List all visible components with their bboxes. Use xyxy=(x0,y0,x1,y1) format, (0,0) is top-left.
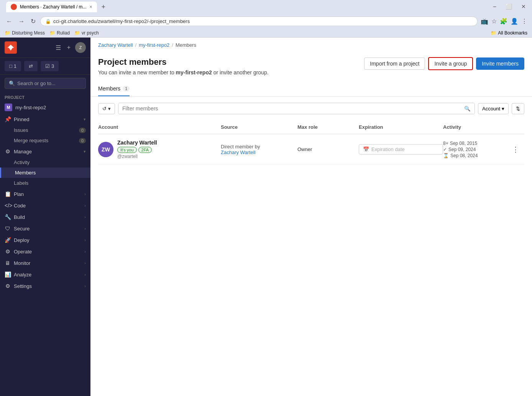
build-icon: 🔧 xyxy=(5,214,11,220)
window-buttons: − ⬜ ✕ xyxy=(490,2,529,12)
folder-icon: 📁 xyxy=(49,30,55,36)
mr-nav-btn[interactable]: ⇄ xyxy=(24,61,38,71)
toggle-sidebar-btn[interactable]: ☰ xyxy=(54,43,62,53)
filter-type-btn[interactable]: ↺ ▾ xyxy=(98,103,115,114)
bookmark-icon[interactable]: ☆ xyxy=(491,18,497,25)
sort-order-btn[interactable]: ⇅ xyxy=(512,103,524,114)
import-project-btn[interactable]: Import from a project xyxy=(364,58,425,70)
filter-members-input[interactable] xyxy=(118,103,460,114)
sidebar-item-members[interactable]: Members xyxy=(0,168,90,178)
sidebar-item-pinned[interactable]: 📌 Pinned ▾ xyxy=(0,113,90,125)
bookmark-vr-psych[interactable]: 📁 vr psych xyxy=(74,30,99,36)
sidebar-item-merge-requests[interactable]: Merge requests 0 xyxy=(0,135,90,146)
build-label: Build xyxy=(14,214,25,220)
page-header: Project members You can invite a new mem… xyxy=(90,53,532,82)
maximize-btn[interactable]: ⬜ xyxy=(502,2,515,12)
expiration-date-picker[interactable]: 📅 Expiration date xyxy=(359,144,443,154)
tag-2fa: 2FA xyxy=(138,147,152,153)
deploy-label: Deploy xyxy=(14,237,29,243)
todo-nav-btn[interactable]: ☑ 3 xyxy=(41,61,59,71)
tab-members[interactable]: Members 1 xyxy=(98,82,130,96)
sidebar-help[interactable]: ❓ Help xyxy=(0,392,90,396)
minimize-btn[interactable]: − xyxy=(490,2,499,12)
check-icon: ✓ xyxy=(443,147,447,152)
hourglass-icon: ⌛ xyxy=(443,153,449,158)
member-tags: It's you 2FA xyxy=(117,147,157,153)
bookmark-ruliad[interactable]: 📁 Ruliad xyxy=(49,30,70,36)
sidebar-item-build[interactable]: 🔧 Build › xyxy=(0,211,90,223)
address-bar[interactable]: 🔒 cci-git.charlotte.edu/zwartell/my-firs… xyxy=(40,16,478,26)
project-icon: M xyxy=(5,104,12,111)
avatar-image: ZW xyxy=(98,142,113,157)
sidebar-item-monitor[interactable]: 🖥 Monitor › xyxy=(0,257,90,269)
sidebar-item-activity[interactable]: Activity xyxy=(0,157,90,168)
tabs-bar: Members 1 xyxy=(90,82,532,97)
more-options-btn[interactable]: ⋮ xyxy=(509,144,522,155)
sidebar-item-operate[interactable]: ⚙ Operate › xyxy=(0,246,90,257)
code-label: Code xyxy=(14,203,26,209)
project-section-label: Project xyxy=(0,92,90,101)
sidebar-item-deploy[interactable]: 🚀 Deploy › xyxy=(0,234,90,246)
search-submit-btn[interactable]: 🔍 xyxy=(460,103,475,114)
activity-joined: 8+ Sep 08, 2015 xyxy=(443,141,509,146)
sidebar-item-secure[interactable]: 🛡 Secure › xyxy=(0,223,90,234)
table-header: Account Source Max role Expiration Activ… xyxy=(98,120,524,134)
pin-icon: 📌 xyxy=(5,116,11,122)
back-btn[interactable]: ← xyxy=(5,16,14,26)
user-avatar[interactable]: Z xyxy=(75,42,86,53)
refresh-btn[interactable]: ↻ xyxy=(29,16,37,26)
search-label: Search or go to... xyxy=(17,81,56,86)
activity-label: Activity xyxy=(14,159,30,165)
sidebar-item-analyze[interactable]: 📊 Analyze › xyxy=(0,269,90,280)
bookmark-label: vr psych xyxy=(82,30,99,36)
extensions-icon[interactable]: 🧩 xyxy=(500,18,507,25)
member-activity-cell: 8+ Sep 08, 2015 ✓ Sep 09, 2024 ⌛ Sep 08,… xyxy=(443,141,509,158)
tab-favicon xyxy=(11,4,17,10)
chevron-down-icon: ▾ xyxy=(84,117,86,122)
code-icon: </> xyxy=(5,202,11,209)
new-tab-btn[interactable]: + xyxy=(99,2,109,13)
activity-info: 8+ Sep 08, 2015 ✓ Sep 09, 2024 ⌛ Sep 08,… xyxy=(443,141,509,158)
member-role-cell: Owner xyxy=(297,146,359,152)
page-header-right: Import from a project Invite a group Inv… xyxy=(364,57,524,70)
menu-icon[interactable]: ⋮ xyxy=(521,18,527,25)
sort-account-btn[interactable]: Account ▾ xyxy=(478,103,509,114)
issues-icon: □ xyxy=(9,63,12,69)
sidebar-item-code[interactable]: </> Code › xyxy=(0,200,90,211)
invite-members-btn[interactable]: Invite members xyxy=(476,58,524,70)
member-account-cell: ZW Zachary Wartell It's you 2FA @zwartel… xyxy=(98,140,221,159)
folder-icon: 📁 xyxy=(491,30,496,36)
invite-group-btn[interactable]: Invite a group xyxy=(428,57,473,70)
breadcrumb-user[interactable]: Zachary Wartell xyxy=(98,42,133,48)
sidebar-item-plan[interactable]: 📋 Plan › xyxy=(0,188,90,200)
add-btn[interactable]: + xyxy=(66,43,72,53)
sidebar-project[interactable]: M my-first-repo2 xyxy=(0,101,90,113)
close-btn[interactable]: ✕ xyxy=(518,2,529,12)
source-prefix: Direct member by xyxy=(221,144,260,150)
chevron-right-icon: › xyxy=(84,226,86,231)
source-link[interactable]: Zachary Wartell xyxy=(221,150,256,155)
page-header-left: Project members You can invite a new mem… xyxy=(98,57,269,76)
filter-input-wrapper: 🔍 xyxy=(118,103,475,114)
bookmark-disturbing-mess[interactable]: 📁 Disturbing Mess xyxy=(5,30,45,36)
sidebar-item-labels[interactable]: Labels xyxy=(0,178,90,188)
issues-nav-btn[interactable]: □ 1 xyxy=(5,61,21,71)
profile-icon[interactable]: 👤 xyxy=(511,18,518,25)
cast-icon[interactable]: 📺 xyxy=(481,18,488,25)
mr-label: Merge requests xyxy=(14,138,48,143)
all-bookmarks[interactable]: 📁 All Bookmarks xyxy=(491,30,527,36)
active-tab[interactable]: Members · Zachary Wartell / m... × xyxy=(6,2,97,12)
member-actions-cell: ⋮ xyxy=(509,144,524,155)
forward-btn[interactable]: → xyxy=(17,16,26,26)
tab-close-btn[interactable]: × xyxy=(90,4,92,10)
col-header-source: Source xyxy=(221,124,297,130)
sidebar-item-settings[interactable]: ⚙ Settings › xyxy=(0,280,90,292)
sidebar-search[interactable]: 🔍 Search or go to... xyxy=(5,78,86,89)
members-label: Members xyxy=(15,170,36,176)
sidebar-item-issues[interactable]: Issues 0 xyxy=(0,125,90,135)
chevron-down-icon: ▾ xyxy=(108,106,111,112)
breadcrumb-repo[interactable]: my-first-repo2 xyxy=(139,42,169,48)
project-name: my-first-repo2 xyxy=(15,105,46,110)
operate-label: Operate xyxy=(14,249,32,255)
sidebar-item-manage[interactable]: ⚙ Manage ▾ xyxy=(0,146,90,157)
